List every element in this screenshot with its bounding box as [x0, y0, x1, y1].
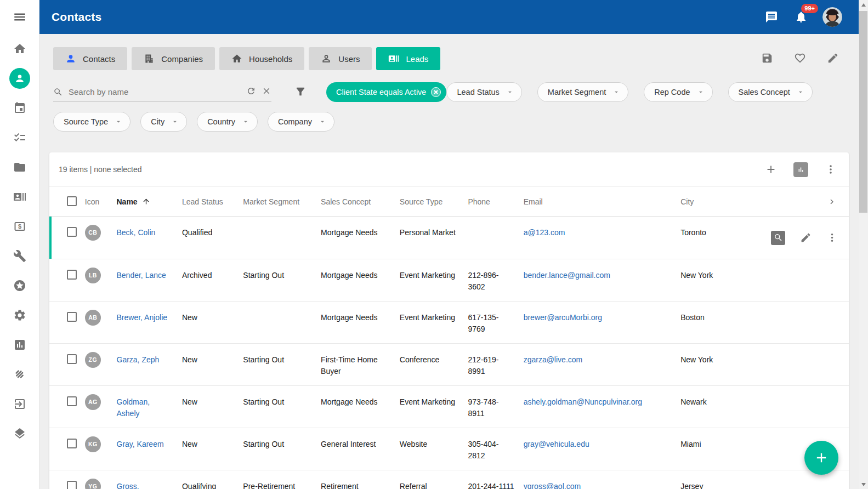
email-link[interactable]: ashely.goldman@Nuncpulvinar.org: [524, 397, 642, 406]
name-link[interactable]: Gross,: [117, 482, 139, 489]
tab-companies[interactable]: Companies: [132, 47, 215, 70]
phone-cell: 305-404-2812: [468, 440, 498, 460]
email-link[interactable]: brewer@arcuMorbi.org: [524, 313, 602, 322]
name-link[interactable]: Gray, Kareem: [117, 440, 164, 448]
row-checkbox[interactable]: [67, 312, 77, 322]
row-checkbox[interactable]: [67, 270, 77, 280]
sidebar-item-exit[interactable]: [0, 389, 39, 419]
scrollbar-thumb[interactable]: [859, 11, 867, 213]
tab-leads[interactable]: Leads: [376, 47, 440, 70]
name-link[interactable]: Brewer, Anjolie: [117, 313, 168, 322]
table-row[interactable]: AGGoldman, AshelyNewStarting OutMortgage…: [49, 386, 849, 428]
email-link[interactable]: zgarza@live.com: [524, 355, 583, 364]
row-checkbox[interactable]: [67, 481, 77, 489]
sidebar-item-leads[interactable]: [0, 182, 39, 212]
email-link[interactable]: a@123.com: [524, 228, 565, 237]
column-header-name[interactable]: Name: [117, 187, 182, 217]
source-type-cell: Event Marketing: [400, 271, 455, 280]
name-link[interactable]: Goldman, Ashely: [117, 397, 150, 418]
edit-button[interactable]: [800, 232, 812, 243]
name-link[interactable]: Bender, Lance: [117, 271, 166, 280]
bar-chart-icon: [793, 162, 808, 177]
chart-view-button[interactable]: [793, 162, 808, 177]
filter-chip-sales-concept[interactable]: Sales Concept: [728, 82, 813, 102]
sidebar-item-documents[interactable]: [0, 152, 39, 182]
filter-button[interactable]: [294, 86, 307, 99]
column-header-source-type[interactable]: Source Type: [400, 187, 468, 217]
column-header-lead-status[interactable]: Lead Status: [182, 187, 243, 217]
user-avatar[interactable]: [822, 7, 842, 27]
search-input[interactable]: [69, 87, 241, 96]
sidebar-item-partners[interactable]: [0, 360, 39, 389]
page-scrollbar[interactable]: [859, 0, 868, 489]
messages-button[interactable]: [763, 9, 780, 25]
table-row[interactable]: LBBender, LanceArchivedStarting OutMortg…: [49, 259, 849, 302]
name-link[interactable]: Garza, Zeph: [117, 355, 160, 364]
filter-chip-company[interactable]: Company: [268, 112, 334, 132]
scroll-down-arrow[interactable]: [859, 480, 868, 489]
filter-chip-rep-code[interactable]: Rep Code: [644, 82, 712, 102]
clear-search-button[interactable]: [262, 86, 271, 99]
table-row[interactable]: KGGray, KareemNewStarting OutGeneral Int…: [49, 428, 849, 470]
email-link[interactable]: gray@vehicula.edu: [524, 440, 589, 448]
column-header-sales-concept[interactable]: Sales Concept: [321, 187, 400, 217]
sidebar-item-billing[interactable]: $: [0, 212, 39, 241]
select-all-checkbox[interactable]: [67, 196, 77, 206]
row-menu-button[interactable]: [826, 232, 838, 243]
row-checkbox[interactable]: [67, 354, 77, 364]
email-link[interactable]: bender.lance@gmail.com: [524, 271, 610, 280]
sidebar-item-home[interactable]: [0, 34, 39, 64]
save-view-button[interactable]: [761, 52, 774, 65]
favorite-button[interactable]: [793, 52, 807, 65]
scroll-up-arrow[interactable]: [859, 0, 868, 9]
add-column-button[interactable]: [765, 163, 777, 175]
active-filter-chip[interactable]: Client State equals Active: [326, 82, 446, 102]
lead-status-cell: Qualifying: [182, 482, 216, 489]
tab-label: Leads: [406, 54, 428, 64]
row-checkbox[interactable]: [67, 396, 77, 406]
table-row[interactable]: CBBeck, ColinQualifiedMortgage NeedsPers…: [49, 217, 849, 259]
row-checkbox[interactable]: [67, 439, 77, 448]
phone-cell: 212-619-8991: [468, 355, 498, 376]
column-header-market-segment[interactable]: Market Segment: [243, 187, 321, 217]
preview-button[interactable]: [771, 231, 785, 245]
add-contact-fab[interactable]: [804, 441, 838, 475]
table-row[interactable]: ZGGarza, ZephNewStarting OutFirst-Time H…: [49, 344, 849, 386]
sidebar-item-tasks[interactable]: [0, 123, 39, 152]
sidebar-item-layers[interactable]: [0, 419, 39, 448]
column-header-city[interactable]: City: [680, 187, 754, 217]
remove-filter-icon[interactable]: [431, 87, 441, 97]
page-title: Contacts: [52, 10, 101, 24]
menu-button[interactable]: [0, 0, 39, 34]
tab-households[interactable]: Households: [219, 47, 304, 70]
column-header-phone[interactable]: Phone: [468, 187, 523, 217]
email-link[interactable]: ygross@aol.com: [524, 482, 581, 489]
table-row[interactable]: YGGross,QualifyingPre-RetirementRetireme…: [49, 470, 849, 489]
tab-users[interactable]: Users: [309, 47, 372, 70]
sidebar-item-contacts[interactable]: [0, 64, 39, 93]
notifications-button[interactable]: 99+: [793, 9, 809, 25]
row-checkbox[interactable]: [67, 227, 77, 237]
sidebar-item-settings[interactable]: [0, 300, 39, 330]
sidebar-item-reports[interactable]: [0, 330, 39, 360]
name-link[interactable]: Beck, Colin: [117, 228, 156, 237]
tabs-row: Contacts Companies Households Users Lead…: [53, 47, 845, 70]
tab-contacts[interactable]: Contacts: [53, 47, 127, 70]
edit-view-button[interactable]: [826, 52, 839, 65]
expand-columns-button[interactable]: [827, 197, 837, 207]
sidebar-item-tools[interactable]: [0, 241, 39, 271]
search-filter-row: Client State equals Active Lead Status M…: [53, 82, 845, 102]
chip-label: Market Segment: [548, 88, 606, 96]
table-row[interactable]: ABBrewer, AnjolieNewMortgage NeedsEvent …: [49, 302, 849, 344]
table-header-row: Icon Name Lead Status Market Segment Sal…: [49, 187, 849, 217]
filter-chip-lead-status[interactable]: Lead Status: [446, 82, 521, 102]
filter-chip-market-segment[interactable]: Market Segment: [537, 82, 628, 102]
sidebar-item-favorites[interactable]: [0, 271, 39, 300]
column-header-email[interactable]: Email: [524, 187, 681, 217]
sidebar-item-calendar[interactable]: [0, 93, 39, 123]
refresh-button[interactable]: [246, 86, 256, 99]
table-menu-button[interactable]: [825, 163, 837, 175]
filter-chip-city[interactable]: City: [140, 112, 187, 132]
filter-chip-country[interactable]: Country: [197, 112, 258, 132]
filter-chip-source-type[interactable]: Source Type: [53, 112, 131, 132]
